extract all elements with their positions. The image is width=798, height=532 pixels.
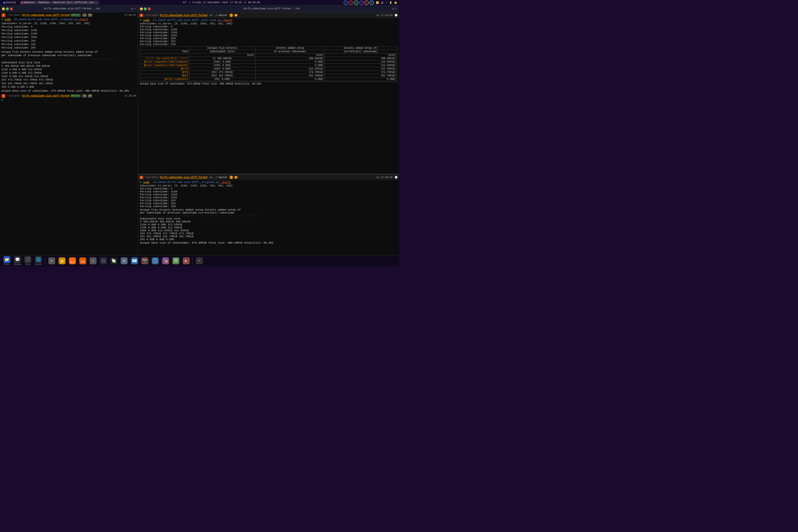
- right-summary-top: Unique Data size of subvolumes: 675.85Mi…: [140, 82, 397, 85]
- td-s2-2195: 0.00B|: [256, 64, 325, 67]
- right-shell-bottom: A: [139, 176, 143, 179]
- right-maximize-btn[interactable]: [144, 7, 147, 10]
- dock-settings[interactable]: ⚙: [120, 257, 129, 265]
- arc-icon-4[interactable]: ◓: [359, 0, 363, 5]
- terminal-left: btrfs-subvolume-size-diff-forked : zsh ⧉…: [0, 5, 138, 255]
- right-cmd-text-bottom: ./: [150, 181, 155, 184]
- left-terminal-content: A ~/scripts/btrfs-subvolume-size-diff-fo…: [0, 12, 138, 255]
- right-minimize-btn[interactable]: [140, 7, 143, 10]
- table-row-1692: @Arch 1692| 0.00B| 312.55MiB| 312.55MiB|: [140, 67, 397, 71]
- td-sep-b2: [189, 81, 256, 82]
- right-close-btn[interactable]: [148, 7, 151, 10]
- left-summary-1: Unique Data size of subvolumes: 675.85Mi…: [1, 89, 136, 93]
- arc-indicators: ◐ ◑ ◒ ◓ ◔ ◕: [344, 0, 374, 5]
- dock-firefox-2[interactable]: 🦊: [78, 257, 87, 265]
- dock-show-desktop[interactable]: ⬆: [195, 257, 204, 265]
- td-id-2195: 2195| 0.00B|: [189, 64, 256, 67]
- right-out-6: Parsing subvolume: 263: [140, 37, 397, 40]
- right-arg-bottom: /bootF: [220, 181, 231, 184]
- right-add-icon[interactable]: +: [395, 7, 397, 10]
- dock-firefox-1[interactable]: 🦊: [68, 257, 77, 265]
- right-git-icon-bottom: ⎇: [215, 176, 217, 179]
- left-add-tab-icon[interactable]: +: [134, 7, 136, 10]
- right-bot-row-1: 5 400.00KiB 400.00KiB 400.00KiB: [140, 220, 397, 223]
- right-table: |Unique File Extents| Extents added onto…: [138, 46, 399, 86]
- right-bot-out-4: Parsing subvolume: 2195: [140, 193, 397, 196]
- dock-message[interactable]: 💬 Message: [13, 256, 22, 266]
- left-sudo-1: sudo: [5, 18, 11, 21]
- left-prompt-arrow-2: >: [1, 98, 136, 102]
- right-arrow-bottom: >: [140, 181, 143, 184]
- right-copy-icon[interactable]: ⧉: [392, 7, 394, 10]
- right-bot-th2: per subvolume of previous subvolume curr…: [140, 211, 397, 214]
- dock-appmenu[interactable]: ⚡: [47, 257, 56, 265]
- th-subvolumeid: SubvolumId| Size|: [189, 50, 256, 54]
- table-row-5: ////// Top-Level(ID:5) ////// 5| 400.00K…: [140, 57, 397, 60]
- right-arg-top: /bootF: [221, 19, 232, 22]
- left-copy-icon[interactable]: ⧉: [131, 7, 133, 10]
- right-prompt-bar-top: A ~/scripts/btrfs-subvolume-size-diff-fo…: [138, 12, 399, 18]
- left-prompt-2: A ~/scripts/btrfs-subvolume-size-diff-fo…: [1, 94, 136, 98]
- dock-relax[interactable]: 🎵 Relax: [23, 256, 32, 266]
- arc-icon-2[interactable]: ◑: [349, 0, 353, 5]
- th-empty: [140, 46, 189, 50]
- taskbar-app-konsole[interactable]: Konsole: [2, 1, 18, 4]
- gallery-icon: 🖼: [172, 258, 179, 264]
- dock-camera[interactable]: 📷: [140, 257, 149, 265]
- left-output-1: Subvolumes to parse: [5, 2196, 2195, 169…: [1, 22, 136, 93]
- right-bot-row-5: 263 473.76MiB 473.76MiB 473.76MiB: [140, 232, 397, 235]
- right-output-bottom: Subvolumes to parse: [5, 2196, 2195, 169…: [138, 184, 399, 255]
- left-terminal-title: btrfs-subvolume-size-diff-forked : zsh: [13, 7, 131, 10]
- dock-media-play[interactable]: ▶: [182, 257, 191, 265]
- dock-browser[interactable]: 🌐 Browser: [34, 256, 43, 266]
- table-header-row-3: Size| Size| Size|: [140, 54, 397, 57]
- td-path-262: @D12: [140, 74, 189, 78]
- right-bot-sep: -----------------------------|----------…: [140, 214, 397, 217]
- left-branch-badge-2: master: [71, 94, 81, 97]
- td-sep-b1: [140, 81, 189, 82]
- arc-icon-6[interactable]: ◕: [369, 0, 374, 5]
- dock-shell[interactable]: 🐚: [109, 257, 118, 265]
- left-time-2: 17:28:09: [125, 94, 136, 98]
- left-table-col-header: SubvolumId Size Size Size: [1, 61, 136, 64]
- th-size-label: Size|: [189, 54, 256, 57]
- td-s3-263: 473.76MiB|: [325, 71, 397, 74]
- td-s3-262: 201.70MiB|: [325, 74, 397, 78]
- right-clock-icon-bottom: 🕐: [395, 176, 398, 179]
- dock-kickoff[interactable]: [58, 257, 66, 265]
- left-titlebar-buttons: [2, 7, 13, 10]
- arc-icon-3[interactable]: ◒: [354, 0, 358, 5]
- kickoff-icon: [59, 258, 65, 264]
- dock-theatre[interactable]: 🎭: [161, 257, 170, 265]
- keyboard-icon: ⌨: [386, 1, 387, 4]
- right-branch-bottom: master: [219, 176, 228, 179]
- left-minimize-btn[interactable]: [2, 7, 5, 10]
- dock-terminal[interactable]: ⬛: [99, 257, 108, 265]
- right-bot-out-2: Parsing subvolume: 5: [140, 187, 397, 190]
- th-actsize: current(act) subvolume|: [325, 50, 397, 54]
- dock-files[interactable]: 📁 Files: [2, 256, 11, 266]
- td-id-2196: 2196| 0.00B|: [189, 60, 256, 64]
- dock-music[interactable]: ♪: [89, 257, 97, 265]
- table-row-2196: @Arch/.snapshots/1603/snapshot 2196| 0.0…: [140, 60, 397, 64]
- left-maximize-btn[interactable]: [6, 7, 9, 10]
- arc-icon-1[interactable]: ◐: [344, 0, 348, 5]
- dock-gallery[interactable]: 🖼: [171, 257, 180, 265]
- taskbar-app-media[interactable]: Madonna - Madonna - Material Girl (Offic…: [20, 1, 99, 4]
- arc-icon-5[interactable]: ◔: [364, 0, 369, 5]
- right-terminal-titlebar: btrfs-subvolume-size-diff-forked : zsh ⧉…: [138, 5, 399, 12]
- weather-temp: 32°: [183, 1, 187, 4]
- notification-icon[interactable]: 🔔: [394, 1, 397, 4]
- dock-kde[interactable]: [151, 257, 159, 265]
- left-close-btn[interactable]: [10, 7, 13, 10]
- right-out-4: Parsing subvolume: 2195: [140, 31, 397, 34]
- dock-mail[interactable]: 📧: [130, 257, 139, 265]
- appmenu-icon: ⚡: [48, 258, 55, 264]
- left-script-1: 0_check-btrfs-sub-size-diff__original.py: [16, 18, 78, 21]
- left-prompt-1: A ~/scripts/btrfs-subvolume-size-diff-fo…: [1, 13, 136, 17]
- kde-icon: [152, 258, 158, 264]
- right-sudo-top: sudo: [143, 19, 150, 22]
- media-dot: [21, 2, 23, 4]
- right-arrow-top: >: [140, 19, 143, 22]
- right-path-bottom: btrfs-subvolume-size-diff-forked: [160, 176, 207, 179]
